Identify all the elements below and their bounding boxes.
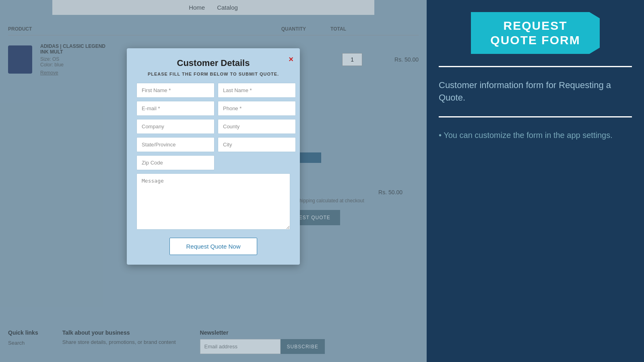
modal-subtitle: PLEASE FILL THE FORM BELOW TO SUBMIT QUO… [136,72,290,76]
divider-top [439,66,632,67]
phone-field[interactable] [218,101,296,116]
company-field[interactable] [136,119,215,134]
banner-text: REQUEST QUOTE FORM [483,19,588,47]
email-field[interactable] [136,101,215,116]
divider-bottom [439,116,632,117]
last-name-input[interactable] [218,83,296,98]
form-row-state-city [136,137,290,152]
modal-title: Customer Details [136,58,290,68]
banner: REQUEST QUOTE FORM [471,12,600,54]
modal-close-button[interactable]: × [289,55,293,64]
state-field[interactable] [136,137,215,152]
first-name-input[interactable] [136,83,215,98]
customer-details-modal: Customer Details × PLEASE FILL THE FORM … [127,48,300,265]
form-row-contact [136,101,290,116]
city-field[interactable] [218,137,296,152]
form-row-name [136,83,290,98]
panel-description: Customer information form for Requesting… [427,71,644,112]
form-row-company [136,119,290,134]
panel-note: • You can customize the form in the app … [427,121,644,149]
modal-overlay: Customer Details × PLEASE FILL THE FORM … [0,0,427,362]
submit-button[interactable]: Request Quote Now [169,238,257,255]
message-field[interactable] [136,173,290,230]
right-panel: REQUEST QUOTE FORM Customer information … [427,0,644,362]
form-row-zip [136,155,290,170]
county-field[interactable] [218,119,296,134]
zip-field[interactable] [136,155,215,170]
